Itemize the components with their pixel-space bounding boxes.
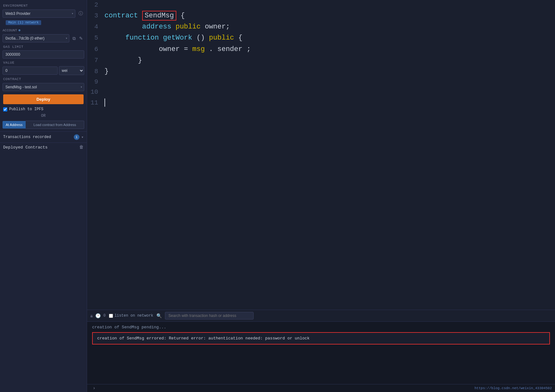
publish-ipfs-checkbox[interactable] [3, 107, 7, 111]
terminal-expand-icon[interactable]: › [93, 386, 95, 391]
publish-ipfs-row: Publish to IPFS [0, 106, 87, 112]
log-pending: creation of SendMsg pending... [92, 324, 550, 330]
transactions-row[interactable]: Transactions recorded 1 ▾ [0, 131, 87, 142]
listen-network-label: listen on network [115, 313, 153, 318]
contract-select[interactable]: SendMsg - test.sol [3, 83, 84, 91]
load-contract-button[interactable]: Load contract from Address [26, 121, 84, 129]
status-link[interactable]: https://blog.csdn.net/weixin_43304502 [475, 386, 552, 390]
code-line-9: 9 [87, 77, 555, 87]
double-arrow-icon: ⇊ [90, 313, 93, 319]
value-unit-select[interactable]: wei gwei ether [59, 66, 84, 75]
at-address-button[interactable]: At Address [3, 121, 26, 129]
environment-label: ENVIRONMENT [0, 3, 87, 8]
search-icon: 🔍 [156, 313, 162, 319]
publish-ipfs-label: Publish to IPFS [9, 107, 43, 111]
transactions-badge: 1 [74, 134, 79, 140]
deployed-contracts-row: Deployed Contracts 🗑 [0, 142, 87, 152]
listen-network-row: listen on network [109, 313, 153, 318]
status-bar: › https://blog.csdn.net/weixin_43304502 [87, 384, 555, 392]
account-select-row: 0xc6a...7dc3b (0 ether) ⧉ ✎ [0, 33, 87, 44]
trash-icon[interactable]: 🗑 [79, 145, 84, 150]
terminal-search-input[interactable] [165, 312, 254, 319]
clock-icon: 🕐 [95, 313, 101, 319]
error-box: creation of SendMsg errored: Returned er… [92, 332, 550, 345]
left-panel: ENVIRONMENT Web3 Provider ⓘ Main (1) net… [0, 0, 87, 392]
code-line-3: 3 contract SendMsg { [87, 10, 555, 21]
or-divider: OR [0, 112, 87, 119]
code-line-6: 6 owner = msg . sender ; [87, 44, 555, 55]
terminal-count: 0 [103, 313, 105, 318]
gas-limit-label: GAS LIMIT [0, 44, 87, 49]
environment-row: Web3 Provider ⓘ [0, 8, 87, 19]
account-row: ACCOUNT ⊕ [0, 27, 87, 33]
account-label: ACCOUNT [3, 28, 17, 32]
address-row: At Address Load contract from Address [0, 119, 87, 130]
edit-address-btn[interactable]: ✎ [78, 35, 84, 41]
gas-limit-row [0, 49, 87, 60]
transactions-chevron-icon: ▾ [81, 135, 84, 140]
contract-label: CONTRACT [0, 76, 87, 82]
bottom-panel: ⇊ 🕐 0 listen on network 🔍 creation of Se… [87, 310, 555, 392]
sendmsg-highlight: SendMsg [142, 11, 176, 21]
contract-select-row: SendMsg - test.sol [0, 82, 87, 92]
gas-limit-input[interactable] [3, 50, 84, 59]
code-line-5: 5 function getWork () public { [87, 32, 555, 43]
code-line-8: 8 } [87, 66, 555, 77]
account-info-icon: ⊕ [18, 28, 21, 32]
deploy-button[interactable]: Deploy [3, 94, 84, 104]
account-copy-icons: ⧉ ✎ [71, 35, 84, 42]
value-label: VALUE [0, 60, 87, 65]
transactions-label: Transactions recorded [3, 135, 72, 139]
code-editor: 2 3 contract SendMsg { 4 [87, 0, 555, 310]
code-line-4: 4 address public owner; [87, 21, 555, 32]
environment-info-btn[interactable]: ⓘ [77, 10, 84, 17]
listen-network-checkbox[interactable] [109, 314, 113, 318]
cursor [104, 98, 105, 107]
account-select[interactable]: 0xc6a...7dc3b (0 ether) [3, 34, 69, 42]
code-line-11: 11 [87, 97, 555, 108]
value-row: wei gwei ether [0, 65, 87, 76]
value-input[interactable] [3, 66, 58, 75]
deployed-contracts-label: Deployed Contracts [3, 145, 77, 150]
terminal-icons: ⇊ 🕐 0 [90, 313, 106, 319]
code-line-2: 2 [87, 0, 555, 10]
code-area[interactable]: 2 3 contract SendMsg { 4 [87, 0, 555, 310]
terminal-toolbar: ⇊ 🕐 0 listen on network 🔍 [87, 310, 555, 322]
error-message: creation of SendMsg errored: Returned er… [97, 336, 310, 341]
environment-select[interactable]: Web3 Provider [3, 9, 75, 18]
code-line-10: 10 [87, 87, 555, 97]
terminal-output: creation of SendMsg pending... creation … [87, 322, 555, 384]
copy-address-btn[interactable]: ⧉ [71, 35, 77, 42]
network-badge: Main (1) network [6, 20, 41, 25]
code-line-7: 7 } [87, 55, 555, 66]
